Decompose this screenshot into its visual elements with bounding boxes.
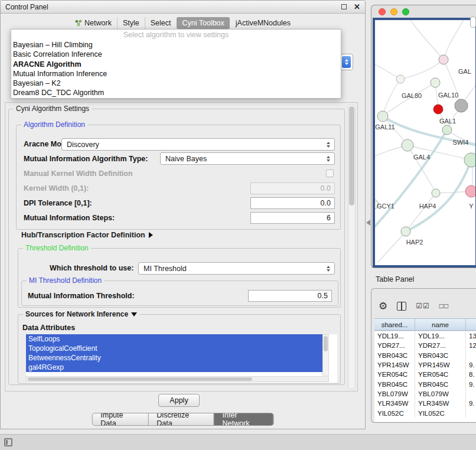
collapse-panel-arrow[interactable] (366, 220, 370, 226)
table-cell[interactable]: 9. (466, 360, 476, 370)
table-cell[interactable]: 9. (466, 399, 476, 408)
attribute-item-topologicalcoefficient[interactable]: TopologicalCoefficient (26, 344, 322, 353)
table-row[interactable]: YLR345WYLR345W9. (374, 399, 476, 408)
table-cell[interactable]: 8. (466, 370, 476, 379)
table-column-header-name[interactable]: name (415, 319, 466, 330)
table-cell[interactable]: YBR045C (415, 379, 466, 389)
network-edge[interactable] (444, 20, 464, 60)
table-row[interactable]: YER054CYER054C8. (374, 370, 476, 379)
table-cell[interactable]: YDL19... (415, 331, 466, 341)
table-cell[interactable]: YDR27... (415, 341, 466, 350)
close-window-icon[interactable]: ✕ (354, 4, 360, 9)
close-traffic-light-icon[interactable] (379, 8, 386, 15)
table-cell[interactable]: YPR145W (415, 360, 466, 370)
table-cell[interactable]: YER054C (415, 370, 466, 379)
settings-scrollbar[interactable] (348, 104, 356, 390)
table-cell[interactable]: YDL19... (374, 331, 415, 341)
table-cell[interactable]: YBR043C (374, 351, 415, 360)
zoom-traffic-light-icon[interactable] (402, 8, 409, 15)
table-cell[interactable] (466, 351, 476, 360)
table-row[interactable]: YBR045CYBR045C9. (374, 379, 476, 389)
network-node[interactable] (439, 55, 448, 64)
aracne-mode-select[interactable]: Discovery (61, 138, 335, 151)
table-cell[interactable]: YIL052C (415, 408, 466, 418)
network-node[interactable] (465, 185, 475, 197)
table-column-header-shared[interactable]: shared... (374, 319, 415, 330)
algorithm-option-basic-correlation-inference[interactable]: Basic Correlation Inference (11, 50, 341, 59)
table-cell[interactable]: YBR043C (415, 351, 466, 360)
table-cell[interactable] (466, 389, 476, 399)
table-cell[interactable]: YER054C (374, 370, 415, 379)
network-node[interactable] (401, 227, 410, 236)
bottom-tab-impute-data[interactable]: Impute Data (92, 413, 148, 425)
deselect-all-columns-icon[interactable]: □□ (439, 302, 449, 310)
mi-steps-field[interactable]: 6 (250, 212, 335, 224)
right-scrollbar-thumb[interactable] (470, 17, 476, 28)
network-node[interactable] (433, 105, 443, 114)
table-cell[interactable]: 13 (466, 331, 476, 341)
column-browser-icon[interactable] (397, 302, 406, 311)
table-cell[interactable]: YIL052C (374, 408, 415, 418)
attributes-horizontal-scrollbar[interactable] (26, 376, 329, 382)
restore-panel-icon[interactable] (4, 438, 12, 446)
tab-network[interactable]: Network (70, 17, 117, 29)
select-all-columns-icon[interactable]: ☑☑ (416, 302, 430, 310)
network-node[interactable] (455, 99, 468, 112)
manual-kernel-width-checkbox[interactable] (326, 169, 334, 177)
algorithm-option-aracne-algorithm[interactable]: ARACNE Algorithm (11, 60, 341, 69)
network-node[interactable] (464, 153, 475, 167)
bottom-tab-discretize-data[interactable]: Discretize Data (148, 413, 213, 425)
mi-algorithm-type-select[interactable]: Naive Bayes (160, 152, 335, 165)
tab-select[interactable]: Select (145, 17, 177, 29)
algorithm-option-dream8-dc-tdc-algorithm[interactable]: Dream8 DC_TDC Algorithm (11, 88, 341, 97)
network-node[interactable] (432, 189, 440, 197)
table-cell[interactable]: YBR045C (374, 379, 415, 389)
network-edge[interactable] (383, 83, 435, 116)
table-row[interactable]: YIL052CYIL052C (374, 408, 476, 418)
tab-jactivemnodules[interactable]: jActiveMNodules (230, 17, 296, 29)
tab-cyni-toolbox[interactable]: Cyni Toolbox (177, 17, 229, 29)
network-edge[interactable] (444, 60, 461, 106)
mi-threshold-field[interactable]: 0.5 (248, 290, 332, 302)
table-row[interactable]: YDR27...YDR27...12 (374, 341, 476, 350)
gear-icon[interactable]: ⚙ (379, 301, 387, 311)
table-cell[interactable]: YBL079W (415, 389, 466, 399)
network-node[interactable] (396, 75, 405, 83)
table-cell[interactable]: YBL079W (374, 389, 415, 399)
attributes-horizontal-scrollbar-thumb[interactable] (28, 377, 252, 381)
apply-button[interactable]: Apply (158, 394, 200, 407)
network-edge[interactable] (406, 193, 436, 231)
hub-definition-toggle[interactable]: Hub/Transcription Factor Definition (21, 231, 153, 239)
table-row[interactable]: YBL079WYBL079W (374, 389, 476, 399)
which-threshold-select[interactable]: MI Threshold (138, 262, 335, 275)
table-cell[interactable]: 12 (466, 341, 476, 350)
table-row[interactable]: YDL19...YDL19...13 (374, 331, 476, 341)
algorithm-select-fragment[interactable] (340, 54, 353, 70)
attribute-item-gal4rgexp[interactable]: gal4RGexp (26, 363, 322, 372)
attribute-item-betweennesscentrality[interactable]: BetweennessCentrality (26, 353, 322, 363)
table-cell[interactable]: YDR27... (374, 341, 415, 350)
kernel-width-field[interactable]: 0.0 (250, 182, 335, 194)
network-canvas-svg[interactable]: GALGAL80GAL10GAL11GAL1SWI4GAL4GCY1HAP4YH… (375, 20, 475, 265)
table-cell[interactable]: YPR145W (374, 360, 415, 370)
network-edge[interactable] (378, 231, 406, 262)
attributes-vertical-scrollbar-thumb[interactable] (324, 336, 328, 351)
network-node[interactable] (431, 78, 440, 87)
data-attributes-list[interactable]: SelfLoopsTopologicalCoefficientBetweenne… (26, 334, 337, 383)
network-edge[interactable] (410, 20, 444, 60)
table-cell[interactable]: YLR345W (415, 399, 466, 408)
control-panel-titlebar[interactable]: Control Panel ✕ (1, 1, 365, 14)
attributes-vertical-scrollbar[interactable] (322, 334, 329, 376)
table-cell[interactable]: 9. (466, 379, 476, 389)
table-row[interactable]: YPR145WYPR145W9. (374, 360, 476, 370)
attribute-item-selfloops[interactable]: SelfLoops (26, 334, 322, 344)
algorithm-option-bayesian-k2[interactable]: Bayesian – K2 (11, 79, 341, 88)
network-edge[interactable] (400, 60, 444, 79)
settings-scrollbar-thumb[interactable] (349, 106, 354, 206)
float-window-icon[interactable] (341, 4, 347, 9)
tab-style[interactable]: Style (117, 17, 145, 29)
network-node[interactable] (442, 125, 452, 135)
network-view-window[interactable]: GALGAL80GAL10GAL11GAL1SWI4GAL4GCY1HAP4YH… (371, 5, 476, 268)
network-node[interactable] (402, 139, 413, 151)
dpi-tolerance-field[interactable]: 0.0 (250, 197, 335, 209)
